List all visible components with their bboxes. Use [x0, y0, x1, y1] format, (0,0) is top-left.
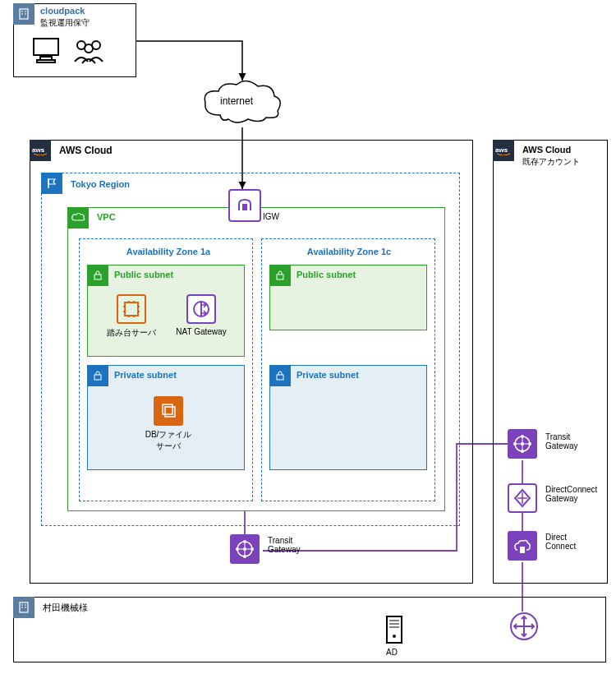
svg-point-45 [528, 442, 531, 445]
aws-icon: aws [493, 140, 514, 161]
dc-label: Direct Connect [545, 533, 595, 551]
az-1a-title: Availability Zone 1a [115, 247, 222, 256]
cloudpack-box: cloudpack 監視運用保守 [13, 3, 136, 77]
customer-title: 村田機械様 [43, 602, 88, 614]
transit-gateway-existing [508, 429, 537, 459]
svg-rect-16 [94, 375, 101, 380]
db-file-server: DB/ファイル サーバ [140, 396, 197, 452]
region-title: Tokyo Region [71, 179, 130, 189]
tgw1-label: Transit Gateway [268, 536, 309, 554]
svg-rect-5 [34, 39, 58, 55]
svg-rect-14 [94, 275, 101, 279]
tgw2-label: Transit Gateway [545, 432, 595, 450]
igw-label: IGW [263, 212, 279, 221]
ad-server [384, 615, 404, 646]
public-subnet-1c-title: Public subnet [297, 270, 356, 279]
svg-rect-21 [138, 306, 140, 307]
public-subnet-1c: Public subnet [269, 265, 427, 330]
svg-point-10 [85, 44, 93, 53]
lock-icon [269, 365, 291, 386]
private-subnet-1c: Private subnet [269, 365, 427, 470]
monitor-icon [30, 35, 62, 67]
internet-label: internet [220, 95, 253, 107]
users-icon [71, 37, 106, 65]
svg-rect-30 [165, 407, 175, 417]
svg-rect-20 [123, 311, 125, 312]
transit-gateway-main [230, 534, 260, 564]
aws-icon: aws [30, 140, 51, 161]
vpc-cloud-icon [67, 207, 89, 229]
nat-gateway: NAT Gateway [172, 294, 230, 336]
cloudpack-title: cloudpack [40, 6, 85, 16]
region-flag-icon [41, 173, 62, 194]
aws-right-sub: 既存アカウント [522, 156, 580, 168]
natgw-label: NAT Gateway [172, 327, 230, 336]
router-icon [509, 612, 539, 643]
bastion-server: 踏み台サーバ [107, 294, 156, 339]
svg-rect-23 [128, 301, 130, 302]
cloudpack-sub: 監視運用保守 [40, 17, 90, 29]
svg-point-36 [251, 547, 254, 551]
public-subnet-1a-title: Public subnet [114, 270, 173, 279]
svg-rect-19 [123, 306, 125, 307]
dbfile-label2: サーバ [140, 441, 197, 452]
svg-point-43 [521, 450, 524, 453]
svg-text:aws: aws [32, 146, 45, 154]
svg-point-44 [513, 442, 517, 445]
building-icon [13, 597, 34, 618]
dcgw-label: DirectConnect Gateway [545, 485, 611, 503]
building-icon [13, 3, 34, 25]
svg-text:aws: aws [495, 146, 508, 154]
svg-rect-22 [138, 311, 140, 312]
svg-rect-51 [20, 602, 28, 612]
svg-rect-13 [242, 204, 247, 210]
svg-point-34 [243, 555, 246, 558]
svg-point-42 [521, 435, 524, 438]
direct-connect [508, 531, 537, 561]
az-1c-title: Availability Zone 1c [296, 247, 402, 256]
svg-point-33 [243, 540, 246, 543]
svg-rect-29 [163, 404, 172, 414]
dbfile-label1: DB/ファイル [140, 429, 197, 441]
aws-right-title: AWS Cloud [522, 145, 571, 155]
lock-icon [269, 265, 291, 286]
bastion-label: 踏み台サーバ [107, 327, 156, 339]
direct-connect-gateway [508, 483, 537, 513]
vpc-title: VPC [97, 212, 116, 222]
svg-rect-24 [133, 301, 135, 302]
svg-rect-50 [520, 547, 525, 553]
svg-rect-18 [125, 302, 138, 316]
svg-rect-17 [277, 375, 283, 380]
svg-rect-7 [37, 60, 55, 62]
lock-icon [87, 265, 108, 286]
svg-rect-25 [128, 316, 130, 317]
svg-rect-15 [277, 275, 283, 279]
igw-icon [228, 189, 261, 222]
lock-icon [87, 365, 108, 386]
aws-cloud-existing: aws [493, 140, 608, 584]
private-subnet-1a-title: Private subnet [114, 370, 177, 380]
svg-point-60 [393, 635, 396, 638]
svg-point-35 [236, 547, 239, 551]
svg-rect-0 [20, 9, 28, 19]
svg-rect-26 [133, 316, 135, 317]
aws-main-title: AWS Cloud [59, 145, 113, 156]
ad-label: AD [386, 648, 398, 657]
private-subnet-1c-title: Private subnet [297, 370, 359, 380]
